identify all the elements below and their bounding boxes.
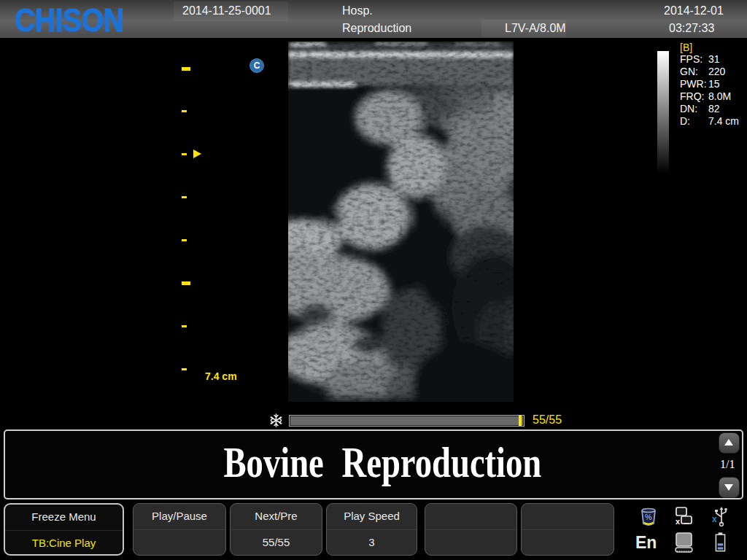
svg-text:%: % bbox=[645, 513, 652, 521]
svg-text:x: x bbox=[712, 514, 717, 524]
svg-text:x: x bbox=[676, 517, 681, 526]
